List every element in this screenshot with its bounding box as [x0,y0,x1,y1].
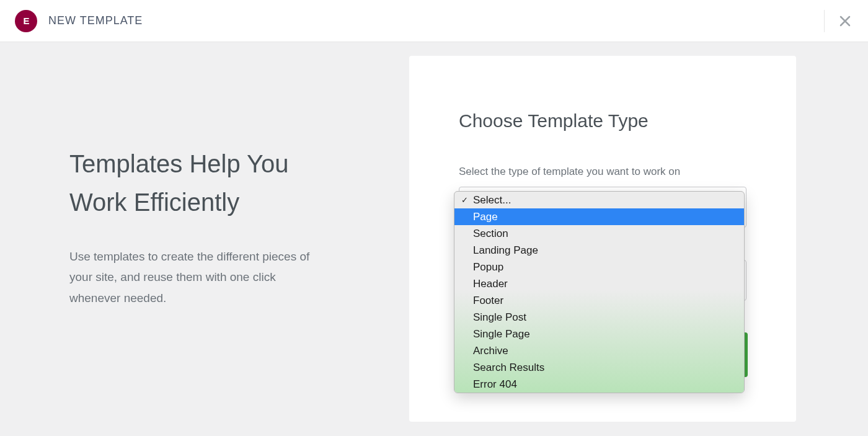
dropdown-option-single-post[interactable]: Single Post [454,309,744,326]
dropdown-option-label: Error 404 [473,378,517,391]
dropdown-option-label: Archive [473,345,508,357]
modal-header: E NEW TEMPLATE [0,0,868,42]
logo-glyph: E [23,16,29,26]
template-type-label: Select the type of template you want to … [459,166,746,178]
form-title: Choose Template Type [459,110,746,131]
dropdown-option-label: Page [473,211,498,223]
dropdown-placeholder-label: Select... [473,194,511,207]
info-panel: Templates Help You Work Efficiently Use … [25,42,360,436]
dropdown-option-page[interactable]: Page [454,208,744,225]
dropdown-option-footer[interactable]: Footer [454,292,744,309]
dropdown-option-landing-page[interactable]: Landing Page [454,242,744,259]
dropdown-option-label: Section [473,228,508,240]
info-title: Templates Help You Work Efficiently [69,145,335,221]
dropdown-option-single-page[interactable]: Single Page [454,326,744,342]
dropdown-option-label: Single Page [473,328,530,340]
close-button[interactable] [824,10,851,32]
dropdown-option-label: Single Post [473,311,526,324]
dropdown-option-label: Footer [473,295,503,307]
checkmark-icon: ✓ [461,195,473,205]
elementor-logo: E [15,10,37,32]
close-icon [839,16,851,27]
dropdown-option-error-404[interactable]: Error 404 [454,376,744,393]
dropdown-option-section[interactable]: Section [454,225,744,242]
dropdown-option-label: Landing Page [473,244,538,257]
dropdown-option-label: Search Results [473,362,544,374]
dropdown-placeholder[interactable]: ✓ Select... [454,192,744,208]
info-description: Use templates to create the different pi… [69,246,330,308]
modal-title: NEW TEMPLATE [48,14,143,27]
dropdown-option-label: Header [473,278,508,290]
dropdown-option-header[interactable]: Header [454,275,744,292]
dropdown-option-label: Popup [473,261,503,274]
dropdown-option-popup[interactable]: Popup [454,259,744,275]
template-type-dropdown: ✓ Select... Page Section Landing Page Po… [454,191,745,393]
dropdown-option-archive[interactable]: Archive [454,342,744,359]
dropdown-option-search-results[interactable]: Search Results [454,359,744,376]
